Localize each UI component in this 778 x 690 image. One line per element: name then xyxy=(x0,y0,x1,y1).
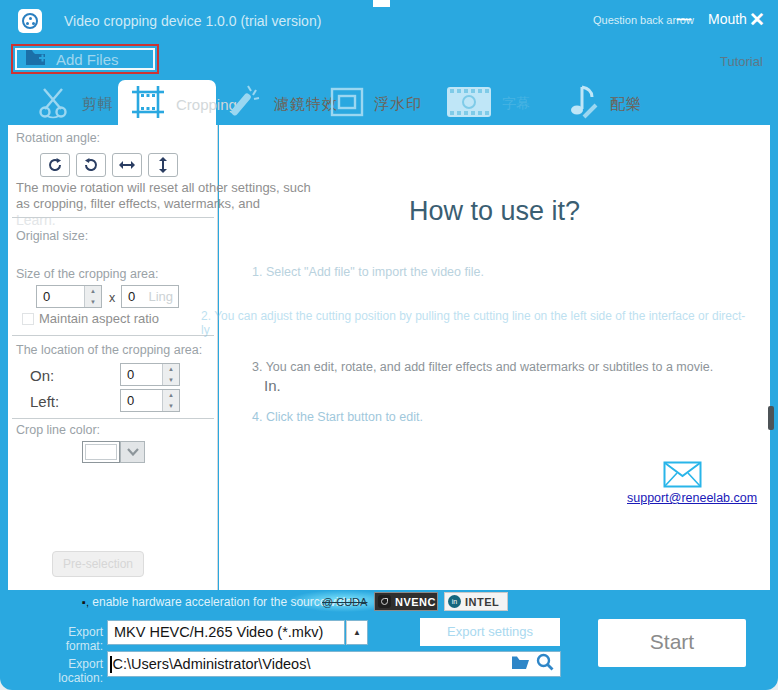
folder-plus-icon xyxy=(25,49,47,70)
app-logo-icon xyxy=(18,9,42,33)
tab-clip-label: 剪輯 xyxy=(82,95,114,114)
tab-music[interactable]: 配樂 xyxy=(558,84,642,124)
preview-button[interactable]: Pre-selection xyxy=(52,551,144,577)
export-settings-button[interactable]: Export settings xyxy=(420,618,560,646)
tab-subtitle-label: 字幕 xyxy=(502,95,530,113)
rotation-angle-label: Rotation angle: xyxy=(16,131,100,145)
crop-location-label: The location of the cropping area: xyxy=(16,343,202,357)
help-step-2: 2. You can adjust the cutting position b… xyxy=(201,309,745,323)
start-button[interactable]: Start xyxy=(598,619,746,667)
aspect-ratio-checkbox[interactable] xyxy=(22,313,34,325)
color-swatch[interactable] xyxy=(82,441,120,463)
divider xyxy=(12,335,214,336)
tab-subtitle[interactable]: 字幕 xyxy=(446,84,530,124)
tutorial-link[interactable]: Tutorial xyxy=(720,54,763,69)
intel-badge: in INTEL xyxy=(444,592,508,611)
nvidia-eye-icon xyxy=(378,595,391,608)
crop-width-input[interactable]: 0 ▲▼ xyxy=(36,285,102,308)
top-down-arrow[interactable]: ▼ xyxy=(163,375,179,386)
app-window: Video cropping device 1.0.0 (trial versi… xyxy=(0,0,778,690)
chevron-down-icon xyxy=(127,448,139,456)
crop-line-color-label: Crop line color: xyxy=(16,423,100,437)
close-icon[interactable]: ✕ xyxy=(746,8,768,30)
left-up-arrow[interactable]: ▲ xyxy=(163,390,179,401)
export-location-label: Export location: xyxy=(28,657,103,685)
help-step-2-wrap: ly xyxy=(201,323,210,337)
divider xyxy=(12,217,214,218)
close-label: Mouth xyxy=(708,11,747,27)
rotate-counterclockwise-button[interactable] xyxy=(76,153,106,177)
dropdown-arrow-button[interactable]: ▲ xyxy=(346,620,368,645)
scissors-icon xyxy=(36,85,72,123)
add-files-button[interactable]: Add Files xyxy=(11,44,159,74)
divider xyxy=(12,418,214,419)
nvenc-badge: NVENC xyxy=(374,592,438,611)
color-dropdown-button[interactable] xyxy=(120,441,145,463)
window-title: Video cropping device 1.0.0 (trial versi… xyxy=(64,13,321,29)
browse-folder-icon[interactable] xyxy=(511,655,530,674)
original-size-label: Original size: xyxy=(16,229,88,243)
tab-music-label: 配樂 xyxy=(610,95,642,114)
size-separator: x xyxy=(109,291,115,305)
howto-title: How to use it? xyxy=(219,196,770,227)
aspect-ratio-label: Maintain aspect ratio xyxy=(39,311,159,326)
music-note-icon xyxy=(558,83,600,125)
export-format-dropdown[interactable]: MKV HEVC/H.265 Video (*.mkv) xyxy=(107,620,345,645)
tab-watermark-label: 浮水印 xyxy=(374,95,422,114)
email-envelope-icon xyxy=(663,461,702,492)
filmstrip-icon xyxy=(446,84,492,124)
hw-accel-row[interactable]: ▪, enable hardware acceleration for the … xyxy=(82,595,362,609)
watermark-icon xyxy=(330,87,364,121)
top-notch xyxy=(373,0,390,7)
top-position-label: On: xyxy=(30,367,54,384)
cropping-settings-panel: Rotation angle: The movie rotation will … xyxy=(8,125,218,590)
flip-horizontal-button[interactable] xyxy=(112,153,142,177)
flip-vertical-button[interactable] xyxy=(148,153,178,177)
export-location-input[interactable]: C:\Users\Administrator\Videos\ xyxy=(107,651,561,677)
rotation-note-ghost: Learn. xyxy=(16,212,56,228)
left-position-label: Left: xyxy=(30,393,59,410)
hw-accel-checkbox[interactable]: ▪, xyxy=(82,596,89,608)
ghost-text-ling: Ling xyxy=(148,289,173,304)
search-icon[interactable] xyxy=(536,653,554,675)
top-up-arrow[interactable]: ▲ xyxy=(163,364,179,375)
help-step-3-extra: In. xyxy=(264,377,281,394)
tab-cropping[interactable]: Cropping xyxy=(130,84,237,124)
minimize-button[interactable]: — xyxy=(674,10,694,28)
tab-filter-effects[interactable]: 濾鏡特效 xyxy=(228,84,338,124)
left-down-arrow[interactable]: ▼ xyxy=(163,401,179,412)
width-down-arrow[interactable]: ▼ xyxy=(85,297,101,308)
support-email-link[interactable]: support@reneelab.com xyxy=(627,491,757,505)
help-step-3: 3. You can edit, rotate, and add filter … xyxy=(252,360,713,374)
top-position-input[interactable]: 0 ▲▼ xyxy=(120,363,180,386)
width-up-arrow[interactable]: ▲ xyxy=(85,286,101,297)
add-files-label: Add Files xyxy=(56,51,119,68)
crop-size-label: Size of the cropping area: xyxy=(16,267,158,281)
left-position-input[interactable]: 0 ▲▼ xyxy=(120,389,180,412)
tab-filter-effects-label: 濾鏡特效 xyxy=(274,95,338,114)
intel-logo-icon: in xyxy=(448,595,461,608)
tab-watermark[interactable]: 浮水印 xyxy=(330,84,422,124)
export-format-label: Export format: xyxy=(28,625,103,653)
cuda-badge: @ CUDA xyxy=(322,596,367,608)
resize-handle[interactable] xyxy=(768,406,774,430)
text-caret xyxy=(110,656,112,673)
crop-height-input[interactable]: 0 Ling xyxy=(121,285,179,308)
help-step-1: 1. Select "Add file" to import the video… xyxy=(252,265,484,279)
crop-frame-icon xyxy=(130,84,166,124)
rotate-clockwise-button[interactable] xyxy=(40,153,70,177)
magic-wand-icon xyxy=(228,84,264,124)
tab-clip[interactable]: 剪輯 xyxy=(36,84,114,124)
help-step-4: 4. Click the Start button to edit. xyxy=(252,410,423,424)
